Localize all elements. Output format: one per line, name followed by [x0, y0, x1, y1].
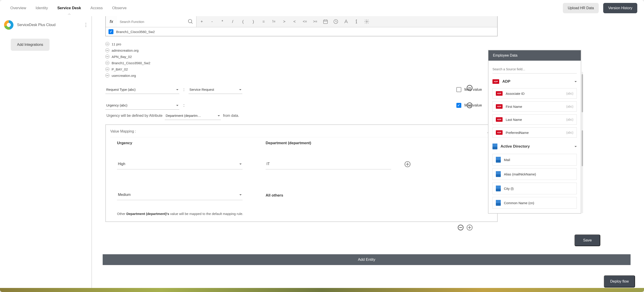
request-type-value-select[interactable]: Service Request: [188, 85, 242, 94]
op-gte[interactable]: >=: [310, 16, 320, 27]
urgency-value-select-high[interactable]: High: [117, 159, 242, 169]
op-divide[interactable]: /: [228, 16, 238, 27]
op-plus[interactable]: +: [196, 16, 207, 27]
add-entity-button[interactable]: Add Entity: [103, 254, 630, 265]
svg-line-1: [191, 22, 192, 23]
svg-point-13: [366, 21, 368, 22]
svg-line-8: [336, 22, 337, 22]
scrollbar[interactable]: [582, 72, 583, 213]
vm-col-urgency: Urgency: [117, 141, 243, 145]
search-icon[interactable]: [188, 19, 194, 25]
remove-item-icon[interactable]: [105, 61, 110, 65]
chevron-down-icon: [574, 146, 577, 148]
desktop-wallpaper: [0, 288, 644, 292]
adp-logo-icon: ADP: [496, 91, 502, 96]
nav-overview[interactable]: Overview: [7, 3, 30, 14]
sentence-post: from data.: [223, 114, 239, 118]
function-item-checkbox[interactable]: [108, 29, 114, 34]
op-eq[interactable]: =: [258, 16, 269, 27]
deploy-flow-button[interactable]: Deploy flow: [604, 275, 635, 287]
source-field-item[interactable]: Common Name (cn): [492, 197, 577, 209]
adp-logo-icon: ADP: [496, 130, 502, 135]
remove-mapping-icon[interactable]: [458, 225, 464, 230]
servicedesk-logo-icon: [4, 20, 14, 30]
list-item: 11 pro: [112, 42, 121, 46]
adp-logo-icon: ADP: [496, 104, 502, 109]
remove-row-icon[interactable]: [467, 85, 472, 91]
list-item: P_BAY_02: [112, 67, 128, 71]
source-field-item[interactable]: ADPLast Name(abc): [492, 114, 577, 125]
svg-rect-2: [324, 20, 328, 24]
op-text-icon[interactable]: [341, 16, 351, 27]
op-settings-icon[interactable]: [362, 16, 372, 27]
upload-hr-data-button[interactable]: Upload HR Data: [563, 3, 599, 13]
op-clock-icon[interactable]: [331, 16, 341, 27]
integration-menu-icon[interactable]: [84, 21, 88, 29]
remove-item-icon[interactable]: [105, 42, 110, 46]
op-paren-open[interactable]: (: [238, 16, 248, 27]
ad-section-header[interactable]: Active Directory: [492, 142, 577, 151]
function-item-label: Branch1_Cisco3560_Sw2: [116, 30, 155, 34]
value-mapping-header: Value Mapping :: [110, 129, 136, 133]
list-item: admincreation.org: [112, 49, 138, 52]
mapping-info-text: Other Department (department)'s value wi…: [117, 212, 243, 216]
source-field-item[interactable]: ADPFirst Name(abc): [492, 101, 577, 112]
svg-point-0: [188, 19, 192, 23]
svg-point-9: [356, 20, 357, 20]
list-item: Branch1_Cisco3560_Sw2: [112, 61, 150, 65]
nav-service-desk[interactable]: Service Desk: [54, 3, 85, 14]
save-button[interactable]: Save: [574, 234, 600, 246]
op-lt[interactable]: <: [290, 16, 300, 27]
colon-separator: :: [181, 87, 187, 92]
source-field-item[interactable]: Alias (mailNickName): [492, 168, 577, 180]
source-field-item[interactable]: City (l): [492, 183, 577, 194]
add-department-value-icon[interactable]: [404, 161, 410, 167]
source-field-item[interactable]: ADPPreferredName(abc): [492, 127, 577, 138]
nav-access[interactable]: Access: [87, 3, 106, 14]
remove-item-icon[interactable]: [105, 67, 110, 71]
map-value-checkbox-unchecked[interactable]: [456, 87, 461, 92]
active-directory-logo-icon: [496, 186, 501, 191]
search-function-input[interactable]: [120, 20, 188, 24]
active-directory-logo-icon: [492, 143, 498, 149]
department-value-input[interactable]: IT: [266, 159, 391, 169]
source-field-item[interactable]: ADPAssociate ID(abc): [492, 88, 577, 99]
op-lte[interactable]: <=: [300, 16, 310, 27]
sentence-pre: Urgency will be defined by Attribute: [106, 114, 162, 118]
urgency-value-select-medium[interactable]: Medium: [117, 190, 242, 200]
colon-separator: :: [181, 103, 187, 108]
remove-item-icon[interactable]: [105, 55, 110, 59]
op-neq[interactable]: !=: [269, 16, 279, 27]
nav-observe[interactable]: Observe: [108, 3, 130, 14]
urgency-select[interactable]: Urgency (abc): [105, 101, 179, 110]
adp-section-header[interactable]: ADP ADP: [492, 77, 577, 86]
request-type-select[interactable]: Request Type (abc): [105, 85, 179, 94]
list-item: usercreation.org: [112, 74, 136, 77]
remove-item-icon[interactable]: [105, 73, 110, 77]
attribute-select[interactable]: Department (departm…: [165, 111, 221, 120]
chevron-down-icon: [574, 81, 577, 83]
remove-item-icon[interactable]: [105, 48, 110, 52]
map-value-checkbox-checked[interactable]: [456, 103, 461, 108]
nav-identity[interactable]: Identity: [32, 3, 52, 14]
op-minus[interactable]: -: [207, 16, 217, 27]
op-gt[interactable]: >: [279, 16, 290, 27]
employee-data-title: Employee Data: [488, 50, 581, 61]
active-directory-logo-icon: [496, 157, 501, 163]
active-directory-logo-icon: [496, 171, 501, 177]
integration-name: ServiceDesk Plus Cloud: [17, 23, 80, 27]
op-info-icon[interactable]: [351, 16, 362, 27]
op-multiply[interactable]: *: [217, 16, 228, 27]
employee-search-input[interactable]: [492, 65, 577, 73]
version-history-button[interactable]: Version History: [603, 3, 637, 13]
op-calendar-icon[interactable]: [320, 16, 331, 27]
add-integrations-button[interactable]: Add Integrations: [11, 39, 50, 51]
add-mapping-icon[interactable]: [467, 225, 472, 230]
op-paren-close[interactable]: ): [248, 16, 258, 27]
excluded-list: 11 pro admincreation.org APN_Bay_02 Bran…: [105, 39, 498, 85]
remove-row-icon[interactable]: [467, 102, 472, 108]
active-directory-logo-icon: [496, 200, 501, 206]
source-field-item[interactable]: Mail: [492, 154, 577, 166]
vm-col-department: Department (department): [266, 141, 410, 145]
adp-logo-icon: ADP: [492, 79, 499, 84]
